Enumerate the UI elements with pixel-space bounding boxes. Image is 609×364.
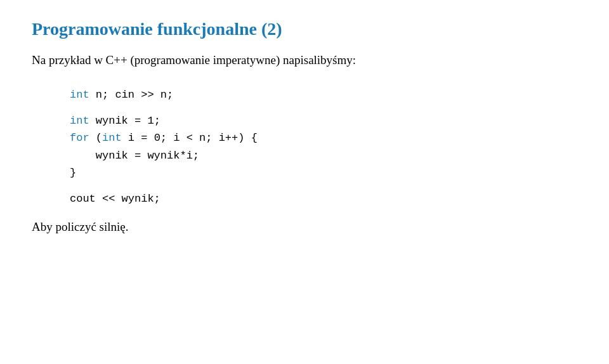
code-block: int n; cin >> n; int wynik = 1; for (int…	[70, 86, 577, 207]
code-line-4: wynik = wynik*i;	[70, 147, 577, 164]
code-line-3: for (int i = 0; i < n; i++) {	[70, 129, 577, 146]
code-line-2: int wynik = 1;	[70, 112, 577, 129]
subtitle: Na przykład w C++ (programowanie imperat…	[32, 53, 577, 67]
code-line-6: cout << wynik;	[70, 190, 577, 207]
code-line-1: int n; cin >> n;	[70, 86, 577, 103]
code-line-5: }	[70, 164, 577, 181]
slide-title: Programowanie funkcjonalne (2)	[32, 19, 577, 39]
footer-text: Aby policzyć silnię.	[32, 220, 577, 234]
keyword-int-2: int	[70, 115, 89, 127]
keyword-int-1: int	[70, 89, 89, 101]
keyword-for: for	[70, 132, 89, 144]
keyword-int-3: int	[102, 132, 122, 144]
